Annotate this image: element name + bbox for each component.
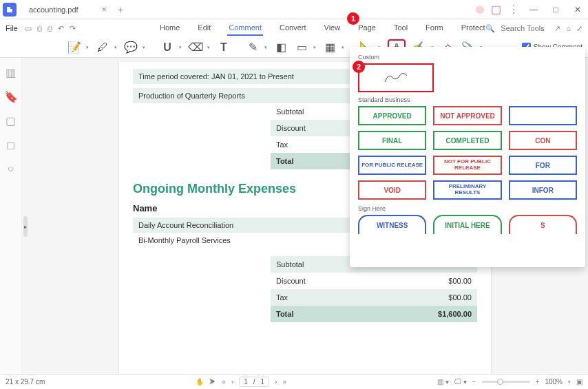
eraser-tool[interactable]: ◧: [274, 41, 288, 54]
tab-tool[interactable]: Tool: [392, 21, 409, 36]
stamp-not-approved[interactable]: NOT APPROVED: [433, 106, 501, 125]
display-mode-icon[interactable]: 🖵 ▾: [454, 378, 467, 386]
area-tool[interactable]: ▦: [323, 41, 337, 54]
sign-grid: WITNESS INITIAL HERE S: [358, 215, 577, 234]
strike-tool[interactable]: ⌫: [189, 41, 202, 54]
redo-icon[interactable]: ↷: [70, 24, 76, 33]
shape-tool[interactable]: ▭: [295, 41, 308, 54]
sign-label: Sign Here: [358, 205, 577, 212]
standard-label: Standard Business: [358, 96, 577, 103]
tab-label: accounting.pdf: [29, 6, 78, 14]
maximize-button[interactable]: □: [548, 2, 563, 17]
tab-home[interactable]: Home: [158, 21, 181, 36]
stamp-panel: Custom Standard Business APPROVED NOT AP…: [350, 47, 585, 267]
tax-row-2: Tax$00.00: [271, 289, 477, 306]
share-icon[interactable]: ↗: [554, 24, 560, 33]
open-icon[interactable]: ▭: [25, 24, 32, 33]
stamp-con[interactable]: CON: [509, 131, 577, 150]
fit-page-icon[interactable]: ▣: [576, 378, 582, 386]
stamp-s[interactable]: S: [509, 215, 577, 234]
expand-icon[interactable]: ⤢: [576, 24, 582, 33]
callout-2: 2: [353, 61, 365, 73]
text-tool[interactable]: T: [217, 41, 231, 54]
window-icon[interactable]: ▢: [491, 3, 501, 16]
prev-page-icon[interactable]: ‹: [231, 378, 233, 386]
print-icon[interactable]: ⎙: [48, 24, 52, 33]
discount-row-2: Discount$00.00: [271, 273, 477, 289]
first-page-icon[interactable]: «: [222, 378, 226, 386]
undo-icon[interactable]: ↶: [58, 24, 64, 33]
stamp-void[interactable]: VOID: [358, 180, 426, 200]
stamp-prelim[interactable]: PRELIMINARY RESULTS: [433, 180, 501, 200]
last-page-icon[interactable]: »: [283, 378, 287, 386]
zoom-slider[interactable]: [482, 381, 530, 383]
stamp-approved[interactable]: APPROVED: [358, 106, 426, 125]
tab-convert[interactable]: Convert: [278, 21, 308, 36]
title-bar: accounting.pdf × + ▢ ⋮ — □ ✕: [0, 0, 588, 19]
next-page-icon[interactable]: ›: [275, 378, 277, 386]
avatar-icon[interactable]: [476, 6, 484, 14]
add-tab-button[interactable]: +: [118, 4, 123, 15]
note-tool[interactable]: 📝: [67, 41, 81, 54]
zoom-out-icon[interactable]: −: [472, 378, 476, 386]
underline-tool[interactable]: U: [160, 41, 174, 54]
pencil-tool[interactable]: ✎: [246, 41, 260, 54]
custom-label: Custom: [358, 54, 577, 61]
page-dimensions: 21 x 29.7 cm: [6, 378, 45, 386]
callout-1: 1: [347, 12, 359, 25]
stamp-partial[interactable]: [509, 106, 577, 125]
stamp-initial[interactable]: INITIAL HERE: [433, 215, 501, 234]
custom-signature-stamp[interactable]: [358, 63, 434, 92]
close-window-button[interactable]: ✕: [570, 2, 585, 17]
tab-page[interactable]: Page: [357, 21, 377, 36]
stamp-grid: APPROVED NOT APPROVED FINAL COMPLETED CO…: [358, 106, 577, 200]
total-row-2: Total$1,600.00: [271, 306, 477, 322]
minimize-button[interactable]: —: [526, 2, 541, 17]
hand-tool-icon[interactable]: ✋: [196, 378, 204, 386]
tab-comment[interactable]: Comment: [227, 21, 263, 36]
search-icon[interactable]: 🔍: [485, 24, 495, 33]
tab-protect[interactable]: Protect: [460, 21, 487, 36]
stamp-not-public[interactable]: NOT FOR PUBLIC RELEASE: [433, 156, 501, 175]
expand-handle[interactable]: ▸: [23, 216, 28, 237]
layers-icon[interactable]: ▢: [6, 114, 16, 127]
zoom-value: 100%: [545, 378, 563, 386]
page-control[interactable]: 1/1: [239, 377, 269, 387]
menu-bar: File ▭ ⎙ ⎙ ↶ ↷ Home Edit Comment Convert…: [0, 19, 588, 37]
zoom-in-icon[interactable]: +: [536, 378, 540, 386]
search-input[interactable]: [501, 24, 549, 32]
file-menu[interactable]: File: [6, 24, 18, 32]
select-tool-icon[interactable]: ⮞: [209, 378, 216, 386]
tab-view[interactable]: View: [323, 21, 342, 36]
highlight-tool[interactable]: 🖊: [96, 41, 109, 54]
stamp-final[interactable]: FINAL: [358, 131, 426, 150]
save-icon[interactable]: ⎙: [37, 24, 42, 33]
stamp-public-release[interactable]: FOR PUBLIC RELEASE: [358, 156, 426, 175]
tab-form[interactable]: Form: [424, 21, 445, 36]
left-rail: ▥ 🔖 ▢ ◻ ○: [0, 58, 22, 374]
cloud-icon[interactable]: ⌂: [566, 24, 571, 32]
stamp-for[interactable]: FOR: [509, 156, 577, 175]
view-mode-icon[interactable]: ▥ ▾: [437, 378, 449, 386]
menu-tabs: Home Edit Comment Convert View Page Tool…: [158, 21, 487, 36]
menu-dots-icon[interactable]: ⋮: [508, 3, 519, 16]
close-tab-icon[interactable]: ×: [102, 4, 107, 14]
document-tab[interactable]: accounting.pdf ×: [22, 1, 114, 17]
attachments-icon[interactable]: ◻: [6, 138, 15, 151]
tab-edit[interactable]: Edit: [196, 21, 212, 36]
stamp-infor[interactable]: INFOR: [509, 180, 577, 200]
stamp-witness[interactable]: WITNESS: [358, 215, 426, 234]
thumbnails-icon[interactable]: ▥: [6, 66, 16, 79]
callout-tool[interactable]: 💬: [124, 41, 138, 54]
search-panel-icon[interactable]: ○: [8, 162, 14, 175]
app-icon: [3, 3, 17, 17]
stamp-completed[interactable]: COMPLETED: [433, 131, 501, 150]
bookmark-icon[interactable]: 🔖: [4, 90, 18, 103]
status-bar: 21 x 29.7 cm ✋ ⮞ « ‹ 1/1 › » ▥ ▾ 🖵 ▾ − +…: [0, 374, 588, 389]
